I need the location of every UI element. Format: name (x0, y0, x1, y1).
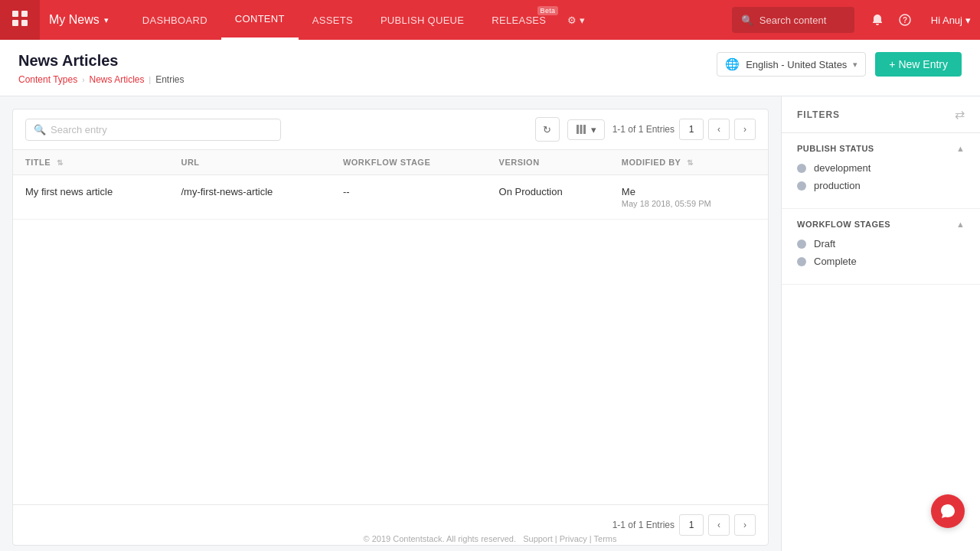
new-entry-button[interactable]: + New Entry (875, 52, 962, 77)
chat-bubble-button[interactable] (931, 494, 965, 528)
filter-item-development[interactable]: development (797, 162, 965, 174)
breadcrumb-sep-1: › (82, 76, 84, 84)
refresh-icon: ↻ (543, 124, 551, 135)
columns-icon (576, 124, 586, 135)
nav-links: DASHBOARD CONTENT ASSETS PUBLISH QUEUE R… (129, 0, 560, 40)
workflow-stages-section-header[interactable]: WORKFLOW STAGES ▲ (797, 220, 965, 229)
filter-item-complete[interactable]: Complete (797, 256, 965, 267)
filters-toggle-button[interactable]: ⇄ (955, 107, 965, 122)
column-title[interactable]: TITLE ⇅ (13, 150, 168, 175)
language-selector[interactable]: 🌐 English - United States ▾ (717, 52, 866, 77)
table-row[interactable]: My first news article /my-first-news-art… (13, 175, 768, 220)
notifications-icon[interactable] (864, 6, 891, 34)
cell-workflow-stage: -- (331, 175, 487, 220)
footer: © 2019 Contentstack. All rights reserved… (0, 527, 980, 551)
development-dot (797, 164, 806, 173)
content-area: 🔍 ↻ ▾ 1-1 of 1 Entries ‹ (12, 109, 769, 546)
column-modified-by[interactable]: MODIFIED BY ⇅ (609, 150, 768, 175)
publish-status-section-header[interactable]: PUBLISH STATUS ▲ (797, 144, 965, 153)
draft-label: Draft (814, 238, 835, 249)
top-prev-page-button[interactable]: ‹ (708, 119, 730, 140)
sort-icon-modified: ⇅ (687, 158, 694, 167)
search-box[interactable]: 🔍 (25, 119, 281, 141)
top-page-number[interactable] (679, 119, 704, 140)
draft-dot (797, 240, 806, 249)
nav-brand[interactable]: My News ▾ (40, 0, 122, 40)
nav-link-dashboard[interactable]: DASHBOARD (129, 0, 221, 40)
development-label: development (814, 162, 871, 174)
cell-url: /my-first-news-article (168, 175, 330, 220)
modified-by-date: May 18 2018, 05:59 PM (622, 199, 756, 208)
page-title: News Articles (18, 52, 185, 70)
svg-rect-7 (580, 125, 582, 134)
top-navigation: My News ▾ DASHBOARD CONTENT ASSETS PUBLI… (0, 0, 980, 40)
sort-icon-title: ⇅ (57, 158, 64, 167)
chat-icon (939, 503, 956, 520)
entries-table: TITLE ⇅ URL WORKFLOW STAGE VERSION MODIF… (13, 150, 768, 220)
publish-status-title: PUBLISH STATUS (797, 144, 874, 153)
page-header-left: News Articles Content Types › News Artic… (18, 52, 185, 96)
top-page-info: 1-1 of 1 Entries (612, 124, 675, 135)
svg-rect-8 (583, 125, 586, 134)
logo-icon (11, 10, 28, 31)
filter-item-draft[interactable]: Draft (797, 238, 965, 249)
column-version: VERSION (487, 150, 609, 175)
footer-support-link[interactable]: Support (523, 534, 553, 543)
footer-terms-link[interactable]: Terms (594, 534, 617, 543)
table-header: TITLE ⇅ URL WORKFLOW STAGE VERSION MODIF… (13, 150, 768, 175)
help-icon[interactable]: ? (891, 6, 919, 34)
workflow-stages-chevron-icon: ▲ (956, 220, 965, 229)
table-scroll[interactable]: TITLE ⇅ URL WORKFLOW STAGE VERSION MODIF… (13, 150, 768, 504)
view-toggle-chevron-icon: ▾ (591, 124, 596, 135)
nav-link-publish-queue[interactable]: PUBLISH QUEUE (367, 0, 478, 40)
production-dot (797, 181, 806, 191)
cell-modified-by: Me May 18 2018, 05:59 PM (609, 175, 768, 220)
refresh-button[interactable]: ↻ (535, 117, 560, 142)
page-header-right: 🌐 English - United States ▾ + New Entry (717, 52, 962, 87)
breadcrumb-content-types[interactable]: Content Types (18, 74, 77, 85)
nav-link-releases[interactable]: RELEASES (478, 0, 560, 40)
nav-link-assets[interactable]: ASSETS (299, 0, 367, 40)
publish-status-chevron-icon: ▲ (956, 144, 965, 153)
complete-label: Complete (814, 256, 857, 267)
user-chevron-icon: ▾ (965, 15, 971, 26)
toolbar: 🔍 ↻ ▾ 1-1 of 1 Entries ‹ (13, 109, 768, 150)
svg-rect-3 (21, 20, 28, 26)
workflow-stages-title: WORKFLOW STAGES (797, 220, 890, 229)
filter-item-production[interactable]: production (797, 180, 965, 191)
filters-header: FILTERS ⇄ (782, 96, 980, 133)
column-workflow-stage: WORKFLOW STAGE (331, 150, 487, 175)
filters-sidebar: FILTERS ⇄ PUBLISH STATUS ▲ development p… (781, 96, 980, 551)
nav-link-content[interactable]: CONTENT (221, 0, 299, 40)
breadcrumb-news-articles[interactable]: News Articles (90, 74, 145, 85)
filter-section-workflow-stages: WORKFLOW STAGES ▲ Draft Complete (782, 209, 980, 285)
filters-title: FILTERS (797, 109, 840, 120)
brand-name: My News (49, 13, 100, 27)
production-label: production (814, 180, 861, 191)
page-header: News Articles Content Types › News Artic… (0, 40, 980, 96)
breadcrumb-entries: Entries (155, 74, 184, 85)
cell-title: My first news article (13, 175, 168, 220)
nav-settings[interactable]: ⚙ ▾ (560, 0, 596, 40)
settings-chevron-icon: ▾ (580, 15, 585, 26)
cell-version: On Production (487, 175, 609, 220)
top-pagination: 1-1 of 1 Entries ‹ › (612, 119, 756, 140)
language-label: English - United States (746, 59, 847, 70)
footer-privacy-link[interactable]: Privacy (560, 534, 587, 543)
table-body: My first news article /my-first-news-art… (13, 175, 768, 220)
svg-text:?: ? (903, 16, 907, 24)
svg-rect-6 (577, 125, 579, 134)
search-bar[interactable]: 🔍 Search content (732, 7, 854, 33)
nav-user[interactable]: Hi Anuj ▾ (925, 15, 980, 26)
view-toggle-button[interactable]: ▾ (567, 119, 605, 140)
search-input[interactable] (51, 124, 273, 135)
top-next-page-button[interactable]: › (734, 119, 756, 140)
table-header-row: TITLE ⇅ URL WORKFLOW STAGE VERSION MODIF… (13, 150, 768, 175)
svg-rect-0 (12, 11, 18, 17)
user-greeting: Hi Anuj (931, 15, 962, 26)
breadcrumb-sep-2: | (149, 76, 152, 84)
next-icon: › (743, 124, 746, 135)
complete-dot (797, 257, 806, 266)
main-wrapper: 🔍 ↻ ▾ 1-1 of 1 Entries ‹ (0, 96, 980, 551)
nav-logo[interactable] (0, 0, 40, 40)
